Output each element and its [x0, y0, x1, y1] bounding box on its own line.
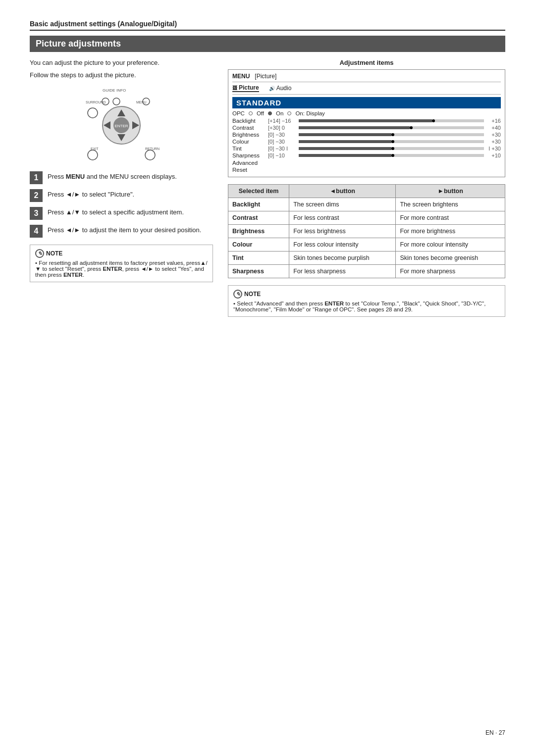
table-row: Tint Skin tones become purplish Skin ton… — [228, 252, 505, 265]
note-box-2: ✎ NOTE • Select "Advanced" and then pres… — [228, 285, 505, 317]
steps-list: 1 Press MENU and the MENU screen display… — [30, 171, 213, 238]
svg-point-17 — [88, 150, 98, 160]
row-item-colour: Colour — [228, 238, 289, 252]
menu-row-colour: Colour [0] −30 +30 — [232, 139, 501, 145]
backlight-max: +16 — [486, 118, 501, 124]
brightness-max: +30 — [486, 132, 501, 138]
row-item-brightness: Brightness — [228, 225, 289, 238]
row-item-backlight: Backlight — [228, 198, 289, 211]
menu-bracket: [Picture] — [255, 73, 276, 80]
opc-row: OPC Off On On: Display — [232, 110, 501, 116]
menu-label: MENU — [232, 73, 250, 80]
standard-banner: STANDARD — [232, 97, 501, 108]
note2-title: ✎ NOTE — [233, 290, 500, 299]
row-item-contrast: Contrast — [228, 211, 289, 225]
row-right-backlight: The screen brightens — [396, 198, 505, 211]
step-1: 1 Press MENU and the MENU screen display… — [30, 171, 213, 184]
header-title: Basic adjustment settings (Analogue/Digi… — [30, 20, 505, 28]
advanced-label: Advanced — [232, 160, 266, 166]
row-item-tint: Tint — [228, 252, 289, 265]
row-left-colour: For less colour intensity — [289, 238, 396, 252]
tint-range: [0] −30 I — [268, 146, 297, 151]
contrast-max: +40 — [486, 125, 501, 131]
backlight-range: [+14] −16 — [268, 118, 297, 124]
row-right-sharpness: For more sharpness — [396, 265, 505, 278]
sharpness-max: +10 — [486, 152, 501, 158]
svg-point-7 — [88, 108, 98, 118]
adjustment-table: Selected item ◄button ►button Backlight … — [228, 184, 505, 278]
radio-on — [268, 111, 272, 115]
step-text-4: Press ◄/► to adjust the item to your des… — [48, 225, 201, 234]
adj-items-title: Adjustment items — [228, 59, 505, 66]
brightness-label: Brightness — [232, 132, 266, 138]
svg-text:GUIDE: GUIDE — [103, 88, 115, 93]
svg-point-5 — [113, 98, 120, 105]
contrast-label: Contrast — [232, 125, 266, 131]
remote-svg: GUIDE INFO SURROUND MENU — [77, 86, 166, 162]
svg-text:RETURN: RETURN — [145, 147, 160, 151]
row-left-contrast: For less contrast — [289, 211, 396, 225]
backlight-slider — [299, 119, 484, 122]
tint-label: Tint — [232, 146, 266, 151]
note-icon: ✎ — [35, 249, 44, 258]
follow-text: Follow the steps to adjust the picture. — [30, 71, 213, 79]
svg-text:ENTER: ENTER — [114, 124, 128, 128]
remote-diagram: GUIDE INFO SURROUND MENU — [30, 86, 213, 162]
menu-topbar: MENU [Picture] — [232, 73, 501, 82]
step-3: 3 Press ▲/▼ to select a specific adjustm… — [30, 207, 213, 220]
right-column: Adjustment items MENU [Picture] 🖼 Pictur… — [228, 59, 505, 317]
section-title: Picture adjustments — [30, 36, 505, 52]
tint-slider — [299, 147, 484, 150]
menu-row-tint: Tint [0] −30 I I +30 — [232, 146, 501, 151]
menu-box: MENU [Picture] 🖼 Picture 🔊 Audio STANDAR… — [228, 69, 505, 177]
backlight-label: Backlight — [232, 118, 266, 124]
menu-row-brightness: Brightness [0] −30 +30 — [232, 132, 501, 138]
row-right-colour: For more colour intensity — [396, 238, 505, 252]
menu-row-reset: Reset — [232, 167, 501, 173]
radio-display — [287, 111, 291, 115]
step-text-2: Press ◄/► to select "Picture". — [48, 189, 134, 198]
picture-icon: 🖼 — [232, 85, 237, 91]
colour-slider — [299, 140, 484, 143]
tab-picture: 🖼 Picture — [232, 84, 259, 92]
menu-row-backlight: Backlight [+14] −16 +16 — [232, 118, 501, 124]
table-row: Colour For less colour intensity For mor… — [228, 238, 505, 252]
audio-icon: 🔊 — [269, 86, 275, 91]
note2-label: NOTE — [244, 291, 261, 298]
col-header-right: ►button — [396, 185, 505, 198]
step-4: 4 Press ◄/► to adjust the item to your d… — [30, 225, 213, 238]
row-left-tint: Skin tones become purplish — [289, 252, 396, 265]
svg-text:INFO: INFO — [116, 88, 126, 93]
row-left-sharpness: For less sharpness — [289, 265, 396, 278]
step-text-1: Press MENU and the MENU screen displays. — [48, 171, 177, 180]
opc-display: On: Display — [295, 110, 324, 116]
colour-max: +30 — [486, 139, 501, 145]
menu-tabs: 🖼 Picture 🔊 Audio — [232, 84, 501, 95]
step-num-3: 3 — [30, 207, 43, 220]
note-box: ✎ NOTE • For resetting all adjustment it… — [30, 245, 213, 282]
tab-audio: 🔊 Audio — [269, 84, 292, 92]
main-content: You can adjust the picture to your prefe… — [30, 59, 505, 317]
left-column: You can adjust the picture to your prefe… — [30, 59, 213, 282]
opc-on: On — [276, 110, 283, 116]
note-title: ✎ NOTE — [35, 249, 208, 258]
row-right-tint: Skin tones become greenish — [396, 252, 505, 265]
step-num-1: 1 — [30, 171, 43, 184]
brightness-range: [0] −30 — [268, 132, 297, 138]
brightness-slider — [299, 133, 484, 136]
row-left-brightness: For less brightness — [289, 225, 396, 238]
menu-row-sharpness: Sharpness [0] −10 +10 — [232, 152, 501, 158]
step-2: 2 Press ◄/► to select "Picture". — [30, 189, 213, 202]
row-right-contrast: For more contrast — [396, 211, 505, 225]
table-row: Backlight The screen dims The screen bri… — [228, 198, 505, 211]
table-row: Brightness For less brightness For more … — [228, 225, 505, 238]
step-num-2: 2 — [30, 189, 43, 202]
colour-label: Colour — [232, 139, 266, 145]
menu-row-contrast: Contrast [+30] 0 +40 — [232, 125, 501, 131]
step-num-4: 4 — [30, 225, 43, 238]
colour-range: [0] −30 — [268, 139, 297, 145]
note-label: NOTE — [46, 250, 62, 257]
page-header: Basic adjustment settings (Analogue/Digi… — [30, 20, 505, 31]
intro-text: You can adjust the picture to your prefe… — [30, 59, 213, 66]
svg-text:MENU: MENU — [136, 101, 147, 104]
